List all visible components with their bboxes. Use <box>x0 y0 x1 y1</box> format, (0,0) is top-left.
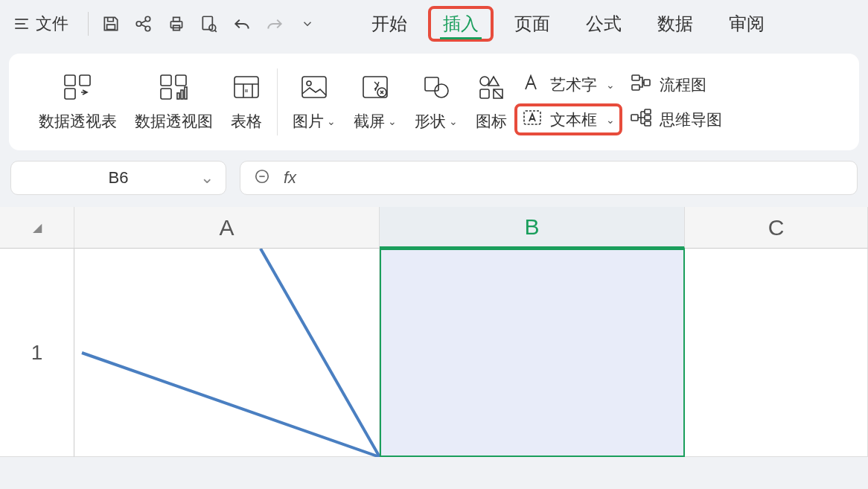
more-icon[interactable] <box>291 7 324 40</box>
svg-rect-10 <box>80 75 90 86</box>
row-header-1[interactable]: 1 <box>0 249 74 457</box>
flowchart-button[interactable]: 流程图 <box>630 73 722 96</box>
chevron-down-icon: ⌄ <box>606 79 615 91</box>
svg-line-36 <box>261 249 380 457</box>
pivot-chart-button[interactable]: 数据透视图 <box>135 72 213 132</box>
pivot-chart-label: 数据透视图 <box>135 111 213 132</box>
tab-page[interactable]: 页面 <box>511 7 553 40</box>
wordart-button[interactable]: 艺术字 ⌄ <box>522 73 615 96</box>
svg-rect-12 <box>161 75 171 86</box>
chevron-down-icon: ⌄ <box>327 115 336 127</box>
textbox-label: 文本框 <box>550 109 597 130</box>
cell-a1[interactable] <box>74 249 380 457</box>
screenshot-icon <box>361 72 389 102</box>
svg-rect-5 <box>173 17 180 21</box>
svg-rect-15 <box>177 93 179 99</box>
tab-formula[interactable]: 公式 <box>583 7 625 40</box>
shapes-label: 形状 <box>415 111 446 132</box>
icons-button[interactable]: 图标 <box>476 72 507 132</box>
svg-rect-23 <box>425 77 438 91</box>
chevron-down-icon: ⌄ <box>606 114 615 126</box>
svg-rect-0 <box>107 25 115 30</box>
ribbon-divider <box>277 68 278 135</box>
pivot-table-icon <box>63 72 93 102</box>
formula-input[interactable]: fx <box>240 161 858 195</box>
screenshot-label: 截屏 <box>354 111 385 132</box>
picture-label: 图片 <box>293 111 324 132</box>
print-preview-icon[interactable] <box>193 7 226 40</box>
tab-insert[interactable]: 插入 <box>440 9 482 38</box>
cell-b1[interactable] <box>380 249 685 457</box>
svg-rect-18 <box>234 77 258 98</box>
share-icon[interactable] <box>127 7 160 40</box>
svg-rect-19 <box>302 77 326 98</box>
icons-icon <box>477 72 505 102</box>
mindmap-label: 思维导图 <box>660 109 722 130</box>
svg-rect-33 <box>645 115 651 120</box>
pivot-table-button[interactable]: 数据透视表 <box>39 72 117 132</box>
svg-rect-9 <box>65 75 75 86</box>
undo-icon[interactable] <box>226 7 258 40</box>
file-menu[interactable]: 文件 <box>36 13 68 35</box>
wordart-label: 艺术字 <box>550 74 597 95</box>
hamburger-icon[interactable] <box>15 19 28 29</box>
svg-rect-7 <box>202 16 212 29</box>
svg-point-1 <box>136 22 141 27</box>
shapes-button[interactable]: 形状⌄ <box>415 72 458 132</box>
ribbon-group-diagrams: 流程图 思维导图 <box>630 73 722 131</box>
svg-rect-31 <box>631 115 638 121</box>
menubar: 文件 开始 <box>0 0 868 48</box>
icons-label: 图标 <box>476 111 507 132</box>
divider <box>88 12 89 36</box>
svg-rect-29 <box>632 85 639 90</box>
column-header-b[interactable]: B <box>380 207 685 249</box>
ribbon-tabs: 开始 插入 页面 公式 数据 审阅 <box>368 7 768 40</box>
cell-c1[interactable] <box>685 249 868 457</box>
wordart-icon <box>522 73 543 96</box>
highlight-insert-tab: 插入 <box>428 6 494 42</box>
pivot-table-label: 数据透视表 <box>39 111 117 132</box>
table-label: 表格 <box>231 111 262 132</box>
save-icon[interactable] <box>95 7 127 40</box>
svg-rect-14 <box>161 89 171 99</box>
ribbon-group-illustrations: 图片⌄ 截屏⌄ 形状⌄ <box>293 72 507 132</box>
redo-icon[interactable] <box>258 7 291 40</box>
namebox-value: B6 <box>109 168 129 188</box>
ribbon-group-text: 艺术字 ⌄ 文本框 ⌄ <box>522 73 615 131</box>
svg-point-20 <box>307 81 311 86</box>
highlight-textbox: 文本框 ⌄ <box>514 103 622 135</box>
grid-row-1: 1 <box>0 249 868 457</box>
picture-button[interactable]: 图片⌄ <box>293 72 336 132</box>
mindmap-icon <box>630 108 652 131</box>
chevron-down-icon[interactable]: ⌄ <box>200 168 214 188</box>
ribbon: 数据透视表 数据透视图 表格 <box>9 54 859 150</box>
print-icon[interactable] <box>160 7 193 40</box>
svg-rect-11 <box>65 89 75 99</box>
svg-rect-30 <box>644 80 650 86</box>
table-icon <box>232 72 261 102</box>
flowchart-icon <box>630 73 652 96</box>
fx-label[interactable]: fx <box>284 168 296 188</box>
mindmap-button[interactable]: 思维导图 <box>630 108 722 131</box>
screenshot-button[interactable]: 截屏⌄ <box>354 72 397 132</box>
tab-review[interactable]: 审阅 <box>726 7 768 40</box>
name-box[interactable]: B6 ⌄ <box>10 161 226 195</box>
svg-rect-21 <box>363 77 387 98</box>
chevron-down-icon: ⌄ <box>449 115 458 127</box>
tab-data[interactable]: 数据 <box>654 7 696 40</box>
svg-rect-17 <box>185 87 187 99</box>
column-header-a[interactable]: A <box>74 207 380 249</box>
svg-rect-28 <box>632 75 639 80</box>
tab-home[interactable]: 开始 <box>368 7 410 40</box>
cancel-formula-icon[interactable] <box>254 168 270 188</box>
textbox-icon <box>522 108 543 131</box>
svg-rect-26 <box>480 89 489 98</box>
textbox-button[interactable]: 文本框 ⌄ <box>522 108 615 131</box>
column-header-c[interactable]: C <box>685 207 868 249</box>
table-button[interactable]: 表格 <box>231 72 262 132</box>
ribbon-group-tables: 数据透视表 数据透视图 表格 <box>39 72 262 132</box>
shapes-icon <box>422 72 450 102</box>
pivot-chart-icon <box>159 72 189 102</box>
svg-rect-13 <box>176 75 186 86</box>
select-all-corner[interactable]: ◢ <box>0 207 74 249</box>
